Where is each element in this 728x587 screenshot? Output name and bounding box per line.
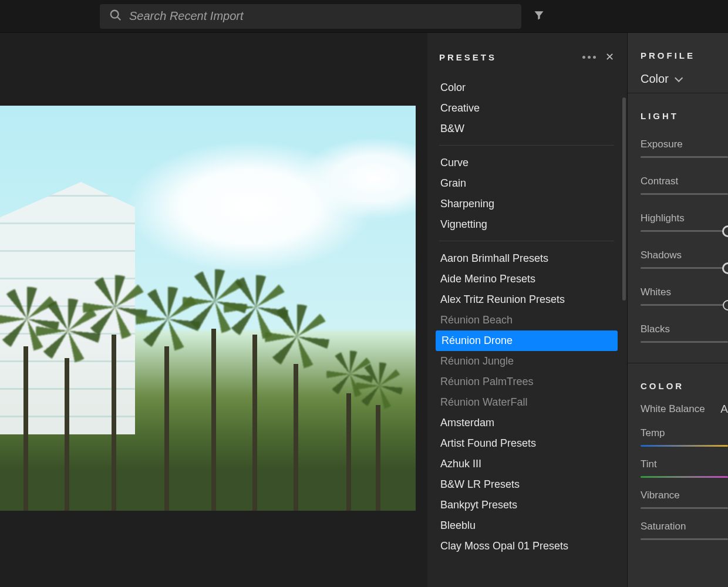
slider-label: Blacks xyxy=(641,323,728,335)
slider-track[interactable] xyxy=(641,538,728,540)
slider-label: Contrast xyxy=(641,176,728,187)
slider-track[interactable] xyxy=(641,230,728,232)
preset-list: ColorCreativeB&WCurveGrainSharpeningVign… xyxy=(439,77,627,556)
slider-track[interactable] xyxy=(641,476,728,478)
preset-item[interactable]: Sharpening xyxy=(439,194,614,214)
slider-knob[interactable] xyxy=(723,300,728,311)
canvas-area xyxy=(0,33,427,587)
preset-item[interactable]: Grain xyxy=(439,173,614,194)
preset-item[interactable]: Alex Tritz Reunion Presets xyxy=(439,289,614,310)
slider-row: Contrast xyxy=(641,176,728,195)
preset-item[interactable]: Réunion Jungle xyxy=(439,351,614,372)
slider-knob[interactable] xyxy=(722,225,728,237)
preset-item[interactable]: Réunion Beach xyxy=(439,310,614,330)
slider-row: Highlights xyxy=(641,212,728,232)
profile-value: Color xyxy=(641,72,669,86)
preset-item[interactable]: Réunion Drone xyxy=(436,330,618,351)
slider-label: Tint xyxy=(641,458,728,470)
slider-label: Temp xyxy=(641,427,728,439)
presets-panel: PRESETS ✕ ColorCreativeB&WCurveGrainShar… xyxy=(427,33,627,587)
chevron-down-icon xyxy=(675,73,683,82)
white-balance-label: White Balance xyxy=(641,403,705,415)
svg-line-1 xyxy=(117,16,121,20)
preset-item[interactable]: Creative xyxy=(439,98,614,119)
preset-item[interactable]: Artist Found Presets xyxy=(439,433,614,454)
preset-item[interactable]: Réunion PalmTrees xyxy=(439,372,614,392)
preset-item[interactable]: Réunion WaterFall xyxy=(439,392,614,413)
slider-track[interactable] xyxy=(641,304,728,306)
edit-panel: PROFILE Color LIGHT ExposureContrastHigh… xyxy=(627,33,728,587)
preset-item[interactable]: Bankpyt Presets xyxy=(439,495,614,515)
slider-row: Temp xyxy=(641,427,728,447)
slider-row: Exposure xyxy=(641,139,728,158)
slider-track[interactable] xyxy=(641,445,728,447)
slider-track[interactable] xyxy=(641,156,728,158)
slider-label: Exposure xyxy=(641,139,728,150)
slider-track[interactable] xyxy=(641,341,728,343)
slider-label: Vibrance xyxy=(641,490,728,501)
preset-item[interactable]: B&W xyxy=(439,119,614,139)
preset-item[interactable]: Vignetting xyxy=(439,214,614,235)
slider-knob[interactable] xyxy=(722,262,728,274)
topbar xyxy=(0,0,728,33)
slider-label: Saturation xyxy=(641,521,728,532)
close-icon[interactable]: ✕ xyxy=(605,50,614,63)
slider-label: Whites xyxy=(641,286,728,298)
slider-label: Shadows xyxy=(641,249,728,261)
profile-selector[interactable]: Color xyxy=(641,72,728,86)
slider-row: Tint xyxy=(641,458,728,478)
light-title: LIGHT xyxy=(641,111,728,121)
white-balance-value[interactable]: A xyxy=(720,403,728,416)
preset-item[interactable]: Clay Moss Opal 01 Presets xyxy=(439,536,614,556)
preset-item[interactable]: Aaron Brimhall Presets xyxy=(439,248,614,269)
preset-item[interactable]: Azhuk III xyxy=(439,454,614,474)
presets-title: PRESETS xyxy=(439,52,497,62)
preset-item[interactable]: Amsterdam xyxy=(439,413,614,433)
slider-track[interactable] xyxy=(641,267,728,269)
slider-track[interactable] xyxy=(641,193,728,195)
slider-label: Highlights xyxy=(641,212,728,224)
preset-item[interactable]: Curve xyxy=(439,153,614,173)
preset-item[interactable]: Aide Merino Presets xyxy=(439,269,614,289)
search-box[interactable] xyxy=(100,4,521,29)
preset-item[interactable]: Color xyxy=(439,77,614,98)
slider-row: Shadows xyxy=(641,249,728,269)
preset-item[interactable]: Bleeblu xyxy=(439,515,614,536)
slider-row: Whites xyxy=(641,286,728,306)
search-input[interactable] xyxy=(129,9,512,23)
scrollbar[interactable] xyxy=(622,97,626,301)
preset-item[interactable]: B&W LR Presets xyxy=(439,474,614,495)
profile-title: PROFILE xyxy=(641,50,728,60)
more-icon[interactable] xyxy=(582,56,596,59)
slider-row: Blacks xyxy=(641,323,728,343)
slider-row: Saturation xyxy=(641,521,728,540)
slider-track[interactable] xyxy=(641,507,728,509)
search-icon xyxy=(109,9,122,24)
filter-icon[interactable] xyxy=(533,9,545,23)
color-title: COLOR xyxy=(641,381,728,391)
slider-row: Vibrance xyxy=(641,490,728,509)
svg-point-0 xyxy=(111,10,119,18)
photo-preview[interactable] xyxy=(0,106,416,511)
